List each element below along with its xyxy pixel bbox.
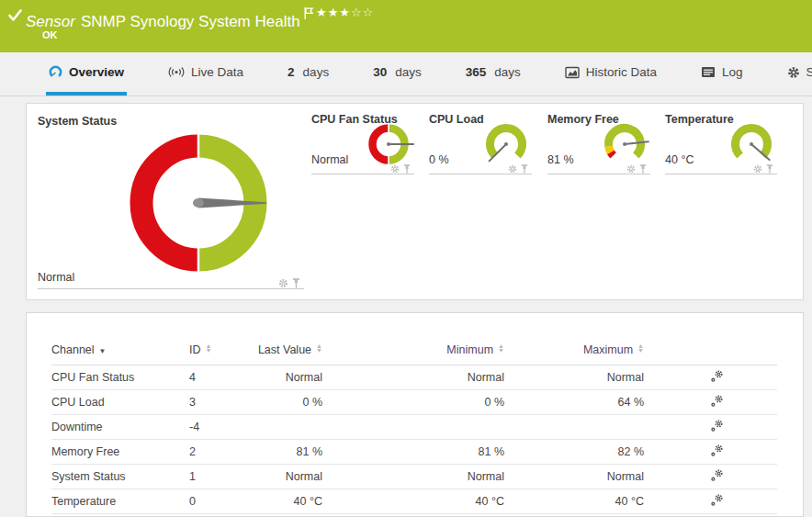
- sensor-kind-label: Sensor: [26, 13, 75, 30]
- table-row: CPU Fan Status 4 Normal Normal Normal: [51, 365, 777, 389]
- channel-name: Temperature: [51, 489, 189, 513]
- gauge-temperature: Temperature 40 °C: [665, 104, 777, 188]
- column-header-minimum[interactable]: Minimum▲▼: [322, 313, 504, 365]
- gauge-settings-gear-icon[interactable]: [753, 164, 762, 174]
- table-row: Memory Free 2 81 % 81 % 82 %: [51, 439, 777, 464]
- column-header-settings: [644, 313, 777, 365]
- channel-settings-icon[interactable]: [710, 369, 724, 386]
- status-badge: OK: [42, 29, 58, 40]
- table-row: Temperature 0 40 °C 40 °C 40 °C: [51, 489, 777, 513]
- channel-last-value: 0 %: [244, 389, 322, 414]
- tab-2-days-number: 2: [288, 65, 295, 79]
- tab-historic-data[interactable]: Historic Data: [562, 52, 660, 96]
- column-header-label: Channel: [51, 343, 95, 356]
- sort-icon: ▲▼: [206, 343, 212, 353]
- sort-desc-icon: ▼: [99, 347, 107, 355]
- column-header-id[interactable]: ID▲▼: [189, 313, 244, 365]
- pin-icon[interactable]: [521, 164, 528, 174]
- sensor-header: SensorSNMP Synology System Health ★★★☆☆ …: [0, 0, 812, 52]
- gauge-cpu-load: CPU Load 0 %: [429, 104, 532, 188]
- priority-flag-icon[interactable]: [304, 6, 314, 24]
- channel-name: CPU Fan Status: [51, 365, 189, 389]
- channel-minimum: 40 °C: [322, 489, 504, 513]
- table-row: CPU Load 3 0 % 0 % 64 %: [51, 389, 777, 414]
- tab-30-days-label: days: [395, 65, 422, 79]
- channel-name: System Status: [51, 464, 189, 489]
- tab-live-data[interactable]: Live Data: [165, 52, 246, 96]
- tab-bar: Overview Live Data 2 days 30 days 365 da…: [0, 52, 812, 96]
- divider: [38, 288, 304, 289]
- pin-icon[interactable]: [766, 164, 773, 174]
- log-icon: [701, 66, 716, 78]
- column-header-label: Maximum: [583, 343, 633, 356]
- column-header-last-value[interactable]: Last Value▲▼: [244, 313, 322, 365]
- tab-historic-data-label: Historic Data: [586, 65, 657, 79]
- channel-minimum: [322, 414, 504, 439]
- page-title: SNMP Synology System Health: [81, 13, 300, 30]
- channel-last-value: [244, 414, 322, 439]
- channel-minimum: Normal: [322, 464, 504, 489]
- channel-id: 2: [189, 439, 244, 464]
- sort-icon: ▲▼: [316, 343, 322, 353]
- column-header-maximum[interactable]: Maximum▲▼: [504, 313, 644, 365]
- table-header-row: Channel▼ ID▲▼ Last Value▲▼ Minimum▲▼ Max…: [51, 313, 777, 365]
- gauge-value: 40 °C: [665, 153, 694, 166]
- gauge-icon: [49, 65, 62, 79]
- table-row: System Status 1 Normal Normal Normal: [51, 464, 777, 489]
- channel-minimum: Normal: [322, 365, 504, 389]
- tab-settings-label: Settings: [806, 65, 812, 79]
- tab-30-days[interactable]: 30 days: [370, 52, 424, 96]
- channel-id: 1: [189, 464, 244, 489]
- channels-panel: Channel▼ ID▲▼ Last Value▲▼ Minimum▲▼ Max…: [26, 312, 804, 517]
- gauge-system-status: System Status Normal: [38, 104, 304, 301]
- channel-settings-icon[interactable]: [710, 419, 724, 435]
- gauge-settings-gear-icon[interactable]: [390, 164, 400, 174]
- gauge-memory-free: Memory Free 81 %: [547, 104, 650, 188]
- gauge-value: 0 %: [429, 153, 449, 166]
- pin-icon[interactable]: [292, 278, 300, 288]
- live-data-icon: [168, 66, 185, 78]
- ok-check-icon: [8, 9, 22, 22]
- priority-stars[interactable]: ★★★☆☆: [316, 6, 374, 19]
- tab-live-data-label: Live Data: [191, 65, 243, 79]
- gauge-settings-gear-icon[interactable]: [508, 164, 517, 174]
- tab-overview[interactable]: Overview: [46, 52, 127, 96]
- gauge-value: 81 %: [547, 153, 574, 166]
- channel-last-value: 81 %: [244, 439, 322, 464]
- channel-settings-icon[interactable]: [710, 444, 724, 460]
- channel-name: Downtime: [51, 414, 189, 439]
- tab-365-days-number: 365: [466, 65, 487, 79]
- pin-icon[interactable]: [639, 164, 647, 174]
- gauge-title: CPU Load: [429, 113, 484, 126]
- cpu-fan-donut-gauge[interactable]: [363, 118, 414, 170]
- channel-settings-icon[interactable]: [710, 493, 724, 510]
- tab-2-days[interactable]: 2 days: [285, 52, 332, 96]
- channel-name: CPU Load: [51, 389, 189, 414]
- gauge-title: Temperature: [665, 113, 734, 126]
- gauge-cpu-fan-status: CPU Fan Status Normal: [311, 104, 414, 188]
- tab-settings[interactable]: Settings: [784, 52, 812, 96]
- column-header-label: ID: [189, 343, 201, 356]
- column-header-channel[interactable]: Channel▼: [51, 313, 189, 365]
- divider: [665, 174, 777, 174]
- channel-maximum: Normal: [504, 464, 644, 489]
- divider: [547, 174, 650, 174]
- channel-maximum: 40 °C: [504, 489, 644, 513]
- tab-log[interactable]: Log: [698, 52, 746, 96]
- column-header-label: Last Value: [258, 343, 311, 356]
- system-status-donut-gauge[interactable]: [125, 129, 272, 276]
- gauge-settings-gear-icon[interactable]: [278, 278, 288, 288]
- sort-icon: ▲▼: [498, 343, 504, 353]
- memory-free-arc-gauge[interactable]: [599, 118, 650, 170]
- settings-gear-icon: [787, 66, 800, 79]
- gauge-settings-gear-icon[interactable]: [626, 164, 636, 174]
- temperature-arc-gauge[interactable]: [726, 118, 777, 170]
- column-header-label: Minimum: [446, 343, 493, 356]
- channel-settings-icon[interactable]: [710, 468, 724, 485]
- channel-maximum: [504, 414, 644, 439]
- cpu-load-arc-gauge[interactable]: [480, 118, 532, 170]
- tab-365-days[interactable]: 365 days: [463, 52, 524, 96]
- channel-settings-icon[interactable]: [710, 394, 724, 410]
- pin-icon[interactable]: [403, 164, 411, 174]
- channels-table: Channel▼ ID▲▼ Last Value▲▼ Minimum▲▼ Max…: [51, 313, 777, 514]
